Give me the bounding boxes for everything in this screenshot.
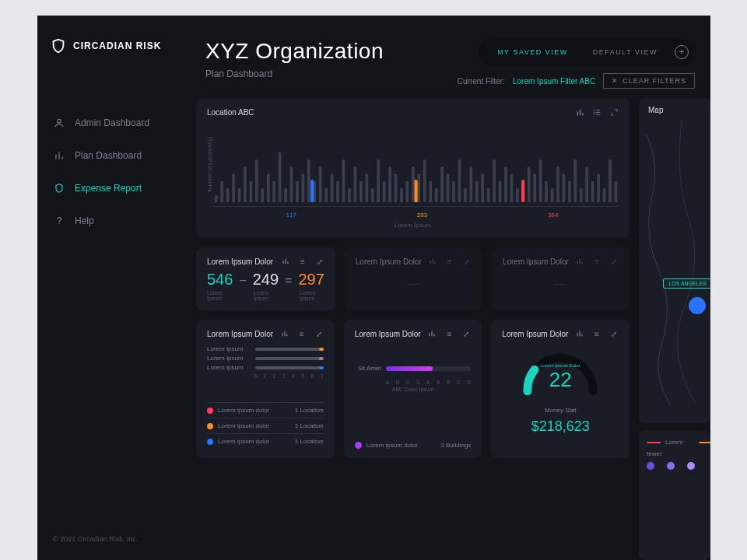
card-location-chart: Location ABC 10 Number of Locations	[196, 98, 630, 238]
filter-value[interactable]: Lorem Ipsum Filter ABC	[513, 77, 595, 86]
y-axis-label: Number of Locations	[207, 142, 212, 192]
purple-xlabel: ABC Dolor Ipsum	[355, 387, 472, 392]
map-card[interactable]: Map LOS ANGELES	[639, 98, 710, 423]
hbar-label: Lorem Ipsum	[207, 364, 251, 371]
svg-rect-64	[562, 174, 565, 203]
chart-icon[interactable]	[575, 329, 584, 338]
stats-row: Lorem Ipsum Dolor ≡ ⤢ 546 − 249	[196, 247, 630, 310]
sidebar-item-expense[interactable]: Expense Report	[37, 174, 190, 202]
plus-icon: +	[679, 47, 684, 58]
svg-rect-17	[289, 166, 293, 202]
svg-rect-19	[301, 174, 304, 203]
svg-rect-75	[414, 180, 417, 202]
chart-icon[interactable]	[280, 329, 289, 338]
calc-sub1: Lorem Ipsum	[207, 290, 232, 301]
card-title: Lorem Ipsum Dolor	[355, 330, 421, 338]
bars-icon	[53, 149, 65, 162]
svg-rect-29	[359, 181, 363, 203]
tick: B	[396, 380, 400, 385]
gauge: Lorem Ipsum Dolor 22 Money Stat $218,623	[502, 346, 619, 435]
calc-values: 546 − 249 = 297	[207, 271, 324, 289]
svg-rect-31	[371, 188, 374, 202]
purple-bar-wrap: Sit Amet ABCSAABCD ABC Dolor Ipsum	[355, 357, 472, 392]
tick: 1	[263, 373, 266, 379]
main-column: Location ABC 10 Number of Locations	[196, 98, 630, 560]
dot-icon	[687, 462, 695, 470]
calc-sub2: Lorem Ipsum	[254, 290, 279, 301]
svg-rect-44	[446, 174, 449, 203]
svg-rect-24	[331, 174, 334, 203]
expand-icon[interactable]: ⤢	[609, 329, 619, 338]
expand-icon[interactable]: ⤢	[315, 257, 324, 266]
list-icon[interactable]: ≡	[592, 257, 601, 266]
chart-icon[interactable]	[575, 107, 584, 117]
tick: C	[457, 380, 461, 385]
dot-icon	[355, 442, 362, 449]
map-pin[interactable]	[689, 297, 706, 314]
sidebar-item-help[interactable]: ? Help	[37, 207, 190, 235]
tick: 4	[292, 373, 295, 379]
purple-bar-fill	[386, 366, 433, 371]
money-label: Money Stat	[545, 407, 576, 414]
svg-rect-56	[516, 188, 519, 202]
calc-op: −	[239, 274, 246, 288]
tick: S	[416, 380, 420, 385]
tab-default-view[interactable]: DEFAULT VIEW	[580, 42, 670, 62]
svg-rect-58	[528, 166, 531, 202]
chart-icon[interactable]	[427, 329, 437, 338]
expand-icon[interactable]: ⤢	[461, 329, 471, 338]
expand-icon[interactable]: ⤢	[462, 257, 472, 266]
list-icon[interactable]	[592, 107, 601, 117]
chart-icon[interactable]	[281, 257, 290, 266]
tick: A	[426, 380, 430, 385]
chart-icon[interactable]	[575, 257, 584, 266]
svg-rect-20	[307, 159, 310, 202]
expand-icon[interactable]: ⤢	[314, 329, 324, 338]
list-icon[interactable]: ≡	[297, 329, 307, 338]
card-title: Lorem Ipsum Dolor	[356, 257, 422, 266]
svg-rect-72	[608, 159, 612, 202]
svg-rect-74	[310, 180, 314, 202]
clear-filters-button[interactable]: ✕ CLEAR FILTERS	[603, 73, 695, 89]
svg-rect-11	[255, 159, 258, 202]
svg-rect-5	[220, 181, 223, 203]
hbar-label: Lorem Ipsum	[207, 345, 251, 352]
calc-eq: =	[285, 274, 292, 288]
map-legend: Lorem fewer	[639, 431, 710, 560]
header: XYZ Organization Plan Dashboard MY SAVED…	[190, 16, 710, 98]
svg-rect-43	[440, 166, 444, 202]
expand-icon[interactable]: ⤢	[609, 257, 619, 266]
card-dim-b: Lorem Ipsum Dolor ≡ ⤢ —	[492, 247, 630, 310]
svg-rect-10	[249, 181, 252, 203]
tab-my-saved-view[interactable]: MY SAVED VIEW	[485, 42, 580, 62]
close-icon: ✕	[612, 77, 619, 85]
tick: 2	[273, 373, 276, 379]
tick: 0	[254, 373, 257, 379]
svg-rect-54	[504, 166, 507, 202]
svg-rect-22	[319, 166, 322, 202]
sidebar-item-plan[interactable]: Plan Dashboard	[37, 142, 190, 170]
page-title: XYZ Organization	[205, 39, 384, 64]
detail-row: Lorem Ipsum Dolor ≡ ⤢ Lorem Ipsum Lorem …	[196, 320, 630, 458]
svg-rect-53	[498, 181, 501, 203]
svg-rect-49	[475, 181, 479, 203]
shield-logo-icon	[50, 37, 67, 54]
card-dim-a: Lorem Ipsum Dolor ≡ ⤢ —	[345, 247, 482, 310]
chart-icon[interactable]	[428, 257, 437, 266]
svg-rect-46	[458, 159, 461, 202]
list-icon[interactable]: ≡	[592, 329, 601, 338]
legend-text: Lorem ipsum dolor	[218, 438, 269, 445]
brand-logo: CIRCADIAN RISK	[37, 37, 190, 78]
card-hbar: Lorem Ipsum Dolor ≡ ⤢ Lorem Ipsum Lorem …	[196, 320, 335, 458]
legend-text: Lorem ipsum dolor	[218, 407, 269, 414]
list-icon[interactable]: ≡	[445, 257, 454, 266]
list-icon[interactable]: ≡	[444, 329, 454, 338]
list-icon[interactable]: ≡	[298, 257, 307, 266]
add-view-button[interactable]: +	[675, 45, 689, 59]
expand-icon[interactable]	[609, 107, 619, 117]
svg-rect-32	[377, 159, 380, 202]
sidebar-item-admin[interactable]: Admin Dashboard	[37, 109, 190, 137]
legend-row: Lorem ipsum dolor1 Location	[207, 418, 324, 433]
map-city-badge[interactable]: LOS ANGELES	[663, 278, 710, 289]
svg-rect-76	[521, 180, 524, 202]
